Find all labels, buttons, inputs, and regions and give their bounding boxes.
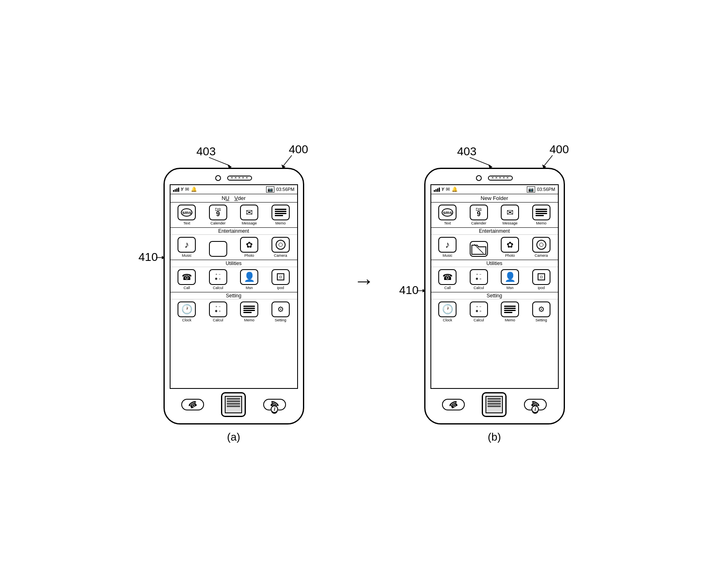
app-memo2-left[interactable]: Memo [234,301,265,323]
app-memo-left[interactable]: Memo [265,204,296,226]
app-camera-left[interactable]: Camera [265,236,296,258]
camera-icon-right [536,240,546,250]
app-setting-right[interactable]: ⚙ Setting [526,301,557,323]
app-msn-left[interactable]: 👤 Msn [234,268,265,291]
ipod-symbol: ⊙ [279,275,282,279]
app-message-left[interactable]: ✉ Message [234,204,265,226]
app-calcul-left[interactable]: +− ✱= Calcul [203,268,233,291]
ipod-label-left: ipod [277,286,284,290]
cal-day-left: 9 [216,211,220,217]
hw-menu-inner-left [225,396,242,413]
hw-menu-btn-left[interactable] [221,392,246,417]
music-label-right: Music [442,253,452,258]
flower-icon-left: ✿ [246,240,253,250]
memo-icon-left [274,207,288,217]
app-calcul2-right[interactable]: +− ✱= Calcul [464,301,494,323]
annotation-arrows-left [163,143,304,168]
r-memo-line2 [536,211,547,212]
memo-icon-right [534,207,548,217]
hw-menu-btn-right[interactable] [482,392,507,417]
camera-inner-left [279,243,283,247]
calcul-label-left: Calcul [213,286,223,290]
call-icon-box-right: ☎ [438,269,457,285]
section-entertainment-left: Entertainment ♪ Music [171,228,297,260]
sms-icon-left: sms [181,208,192,217]
app-photo-left[interactable]: ✿ Photo [234,236,265,258]
sms-icon-box-left: sms [178,205,196,220]
app-clock-right[interactable]: 🕐 Clock [432,301,463,323]
label-410-left: 410 [139,251,158,264]
app-clock-left[interactable]: 🕐 Clock [172,301,202,323]
hw-end-btn-left[interactable]: ☎ i [263,399,286,410]
app-msn-right[interactable]: 👤 Msn [495,268,526,291]
diagram-right: 403 400 410 ✕✕✕✕✕ [424,143,565,444]
app-calendar-left[interactable]: Feb 9 Calender [203,204,233,226]
app-message-right[interactable]: ✉ Message [495,204,526,226]
call-icon-right: ☎ [442,272,453,282]
r-memo2-line3 [504,310,516,311]
msn-icon-box-left: 👤 [240,269,258,285]
envelope-status: ✉ [185,186,189,192]
photo-label-right: Photo [505,253,515,258]
app-grid-1-left: sms Text Feb 9 [171,203,297,227]
cal-icon-box-right: Feb 9 [470,205,488,220]
camera-dot-left [215,175,221,181]
app-music-left[interactable]: ♪ Music [172,236,202,258]
app-ipod-right[interactable]: ⊙ ipod [526,268,557,291]
music-icon-box-right: ♪ [438,237,457,253]
call-icon-left: ☎ [182,272,192,282]
app-calendar-right[interactable]: Feb 9 Calender [464,204,494,226]
camera-label-right: Camera [535,253,548,258]
msn-label-left: Msn [246,286,253,290]
calcul2-icon-box-left: +− ✱= [209,301,227,317]
app-ipod-left[interactable]: ⊙ ipod [265,268,296,291]
app-text-right[interactable]: sms Text [432,204,463,226]
music-icon-left: ♪ [185,239,189,250]
app-calcul2-left[interactable]: +− ✱= Calcul [203,301,233,323]
bar2 [175,189,176,192]
calcul-icon-box-left: +− ✱= [209,269,227,285]
app-call-left[interactable]: ☎ Call [172,268,202,291]
svg-line-6 [470,157,490,166]
app-setting-left[interactable]: ⚙ Setting [265,301,296,323]
ipod-icon-right: ⊙ [538,273,545,280]
top-labels-left: 403 400 [163,143,304,168]
signal-bars-left [173,187,179,192]
calendar-label-right: Calender [471,221,486,225]
calculator-icon-left: +− ✱= [215,273,221,281]
time-right: 03:56PM [537,187,555,192]
photo-icon-box-left: ✿ [240,237,258,253]
r-memo-line4 [536,215,544,216]
app-memo-right[interactable]: Memo [526,204,557,226]
svg-line-8 [544,155,553,166]
end-handset-icon-left: ☎ [268,398,281,410]
message-label-right: Message [502,221,518,225]
app-call-right[interactable]: ☎ Call [432,268,463,291]
app-grid-entertainment-left: ♪ Music ✿ [171,235,297,260]
app-text-left[interactable]: sms Text [172,204,202,226]
app-grid-setting-right: 🕐 Clock +− ✱= [431,299,558,324]
memo2-line3 [243,310,255,311]
status-right-left: 📷 03:56PM [266,186,294,193]
app-empty-left[interactable] [203,236,233,258]
app-camera-right[interactable]: Camera [526,236,557,258]
hw-call-btn-right[interactable]: ☎ [442,399,465,410]
bell-status-right: 🔔 [452,186,458,192]
hw-end-btn-right[interactable]: ☎ i [524,399,547,410]
signal-bars-right [434,187,440,192]
right-diagram-with-labels: 403 400 410 ✕✕✕✕✕ [424,143,565,424]
r-menu-line2 [488,400,501,402]
app-photo-right[interactable]: ✿ Photo [495,236,526,258]
app-music-right[interactable]: ♪ Music [432,236,463,258]
clock-icon-left: 🕐 [181,304,192,315]
hw-menu-inner-right [485,396,503,413]
ipod-label-right: ipod [538,286,545,290]
app-calcul-right[interactable]: +− ✱= Calcul [464,268,494,291]
svg-marker-7 [488,164,493,168]
app-folder-right[interactable] [464,236,494,258]
hw-call-btn-left[interactable]: ☎ [181,399,204,410]
app-memo2-right[interactable]: Memo [495,301,526,323]
rbar2 [435,189,437,192]
svg-line-12 [474,244,483,253]
memo-line3 [275,213,286,214]
